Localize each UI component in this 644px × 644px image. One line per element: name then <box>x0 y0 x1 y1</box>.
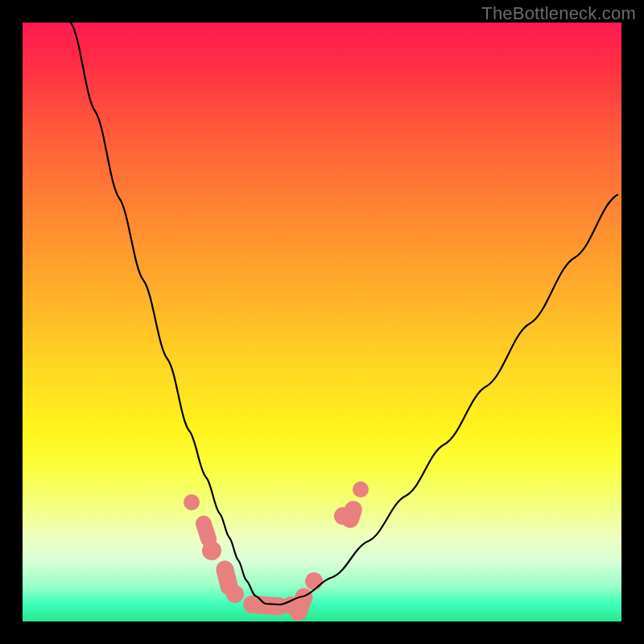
data-marker-4 <box>226 585 244 603</box>
data-marker-0 <box>184 494 200 510</box>
data-marker-8 <box>305 572 323 590</box>
chart-svg <box>23 23 621 621</box>
data-marker-2 <box>202 541 221 560</box>
watermark-text: TheBottleneck.com <box>481 3 636 24</box>
plot-area <box>23 23 621 621</box>
data-marker-10 <box>339 498 364 530</box>
data-marker-11 <box>353 481 369 497</box>
chart-frame: TheBottleneck.com <box>0 0 644 644</box>
